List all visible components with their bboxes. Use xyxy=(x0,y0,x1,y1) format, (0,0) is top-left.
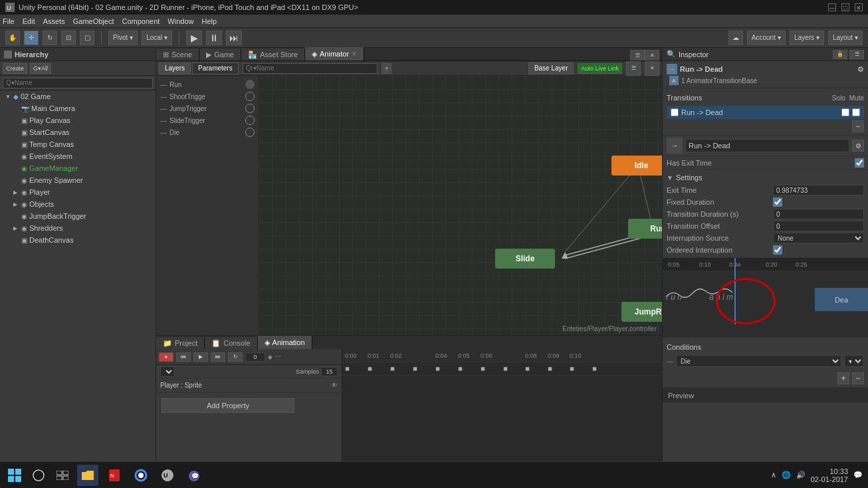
rect-tool[interactable]: ▢ xyxy=(80,31,94,45)
transition-offset-field[interactable] xyxy=(773,221,864,231)
taskbar-arrow-up[interactable]: ∧ xyxy=(771,471,776,479)
menu-component[interactable]: Component xyxy=(122,17,160,25)
scale-tool[interactable]: ⊡ xyxy=(61,31,76,45)
tab-animator[interactable]: ◈ Animator ✕ xyxy=(305,47,364,61)
state-run[interactable]: Run xyxy=(628,219,662,239)
tab-animation[interactable]: ◈ Animation xyxy=(258,336,312,349)
menu-window[interactable]: Window xyxy=(167,17,193,25)
settings-header[interactable]: ▼ Settings xyxy=(663,171,868,184)
hierarchy-item-temp-canvas[interactable]: ▣ Temp Canvas xyxy=(0,138,156,150)
add-condition-btn[interactable]: + xyxy=(837,372,849,384)
animator-more-btn[interactable]: ☰ xyxy=(626,61,641,76)
anim-loop-btn[interactable]: ↻ xyxy=(228,352,243,362)
animator-search[interactable] xyxy=(243,63,378,74)
transition-solo-checkbox[interactable] xyxy=(841,108,849,116)
tab-asset-store[interactable]: 🏪 Asset Store xyxy=(241,49,305,61)
exit-time-field[interactable] xyxy=(773,185,864,195)
maximize-button[interactable]: □ xyxy=(841,3,849,11)
hierarchy-item-objects[interactable]: ▶ ◉ Objects xyxy=(0,198,156,210)
frame-input[interactable] xyxy=(245,352,265,362)
inspector-menu-btn[interactable]: ☰ xyxy=(849,50,864,59)
fixed-duration-checkbox[interactable] xyxy=(773,197,782,207)
tab-game[interactable]: ▶ Game xyxy=(199,49,241,61)
param-shoot[interactable]: — ShootTrigge xyxy=(156,90,259,102)
menu-help[interactable]: Help xyxy=(201,17,217,25)
transition-name-field[interactable] xyxy=(685,139,849,152)
hierarchy-item-play-canvas[interactable]: ▣ Play Canvas xyxy=(0,114,156,126)
transition-duration-field[interactable] xyxy=(773,209,864,219)
taskbar-app-unity[interactable]: U xyxy=(157,465,178,486)
tab-console[interactable]: 📋 Console xyxy=(205,337,257,349)
animator-add-param[interactable]: + xyxy=(381,63,391,74)
animator-canvas[interactable]: Idle Run Slide JumpRun Enteties/Player/P… xyxy=(259,76,662,335)
notification-icon[interactable]: 💬 xyxy=(853,471,863,479)
transition-item[interactable]: Run -> Dead xyxy=(667,106,864,119)
param-jump[interactable]: — JumpTrigger xyxy=(156,102,259,114)
state-slide[interactable]: Slide xyxy=(495,249,555,269)
condition-operator[interactable]: ▾ xyxy=(844,355,864,367)
hierarchy-item-start-canvas[interactable]: ▣ StartCanvas xyxy=(0,126,156,138)
layout-button[interactable]: Layout ▾ xyxy=(828,31,863,45)
rotate-tool[interactable]: ↻ xyxy=(43,31,57,45)
samples-input[interactable] xyxy=(321,367,338,376)
move-tool[interactable]: ✛ xyxy=(24,31,39,45)
has-exit-time-checkbox[interactable] xyxy=(855,158,864,168)
parameters-tab[interactable]: Parameters xyxy=(192,62,239,74)
cloud-button[interactable]: ☁ xyxy=(728,31,743,45)
search-button[interactable] xyxy=(29,466,48,485)
interruption-source-select[interactable]: None xyxy=(773,233,864,243)
hierarchy-search[interactable] xyxy=(3,78,153,88)
close-button[interactable]: ✕ xyxy=(855,3,863,11)
taskbar-app-notes[interactable]: N xyxy=(104,465,125,486)
remove-condition-btn[interactable]: − xyxy=(852,372,864,384)
hierarchy-item-death-canvas[interactable]: ▣ DeathCanvas xyxy=(0,234,156,246)
tab-scene[interactable]: ⊞ Scene xyxy=(156,49,199,61)
hierarchy-item-main-camera[interactable]: 📷 Main Camera xyxy=(0,102,156,114)
auto-live-link-btn[interactable]: Auto Live Link xyxy=(578,63,622,74)
add-property-btn[interactable]: Add Property xyxy=(162,398,294,413)
state-idle[interactable]: Idle xyxy=(611,156,662,176)
param-die[interactable]: — Die xyxy=(156,126,259,138)
hierarchy-item-shredders[interactable]: ▶ ◉ Shredders xyxy=(0,222,156,234)
hierarchy-item-02game[interactable]: ▼ ◆ 02 Game xyxy=(0,90,156,102)
menu-file[interactable]: File xyxy=(3,17,15,25)
menu-edit[interactable]: Edit xyxy=(23,17,35,25)
task-view-button[interactable] xyxy=(53,466,72,485)
inspector-lock-btn[interactable]: 🔒 xyxy=(833,50,847,59)
hand-tool[interactable]: ✋ xyxy=(5,31,20,45)
taskbar-app-folder[interactable] xyxy=(77,465,98,486)
local-button[interactable]: Local ▾ xyxy=(142,31,172,45)
ordered-interruption-checkbox[interactable] xyxy=(773,245,782,255)
hierarchy-item-player[interactable]: ▶ ◉ Player xyxy=(0,186,156,198)
transition-checkbox-1[interactable] xyxy=(671,108,679,116)
anim-end-btn[interactable]: ⏭ xyxy=(211,352,225,362)
hierarchy-item-enemy-spawner[interactable]: ◉ Enemy Spawner xyxy=(0,174,156,186)
menu-gameobject[interactable]: GameObject xyxy=(73,17,114,25)
step-button[interactable]: ⏭ xyxy=(226,31,242,45)
menu-assets[interactable]: Assets xyxy=(43,17,65,25)
param-run[interactable]: — Run xyxy=(156,78,259,90)
animator-close-btn[interactable]: ✕ xyxy=(645,61,659,76)
hierarchy-item-eventsystem[interactable]: ◉ EventSystem xyxy=(0,150,156,162)
tab-project[interactable]: 📁 Project xyxy=(156,337,205,349)
anim-start-btn[interactable]: ⏮ xyxy=(176,352,191,362)
hierarchy-item-jumpback[interactable]: ◉ JumpBackTrigger xyxy=(0,210,156,222)
all-button[interactable]: G▾All xyxy=(30,63,51,74)
taskbar-app-chat[interactable]: 💬 xyxy=(183,465,205,486)
pause-button[interactable]: ⏸ xyxy=(206,31,222,45)
base-layer-tab[interactable]: Base Layer xyxy=(528,62,574,74)
transition-settings-btn[interactable]: ⚙ xyxy=(852,140,864,152)
play-button[interactable]: ▶ xyxy=(186,31,202,45)
tab-menu-btn[interactable]: ☰ xyxy=(630,50,645,61)
anim-play-btn[interactable]: ▶ xyxy=(193,352,208,362)
account-button[interactable]: Account ▾ xyxy=(747,31,786,45)
record-btn[interactable]: ● xyxy=(159,352,173,362)
clip-dropdown[interactable] xyxy=(160,366,175,377)
animator-tab-close[interactable]: ✕ xyxy=(352,51,357,57)
gear-icon[interactable]: ⚙ xyxy=(857,65,864,74)
hierarchy-item-gamemanager[interactable]: ◉ GameManager xyxy=(0,162,156,174)
minimize-button[interactable]: — xyxy=(828,3,836,11)
create-button[interactable]: Create xyxy=(3,63,27,74)
layers-tab[interactable]: Layers xyxy=(159,62,191,74)
param-slide[interactable]: — SlideTrigger xyxy=(156,114,259,126)
